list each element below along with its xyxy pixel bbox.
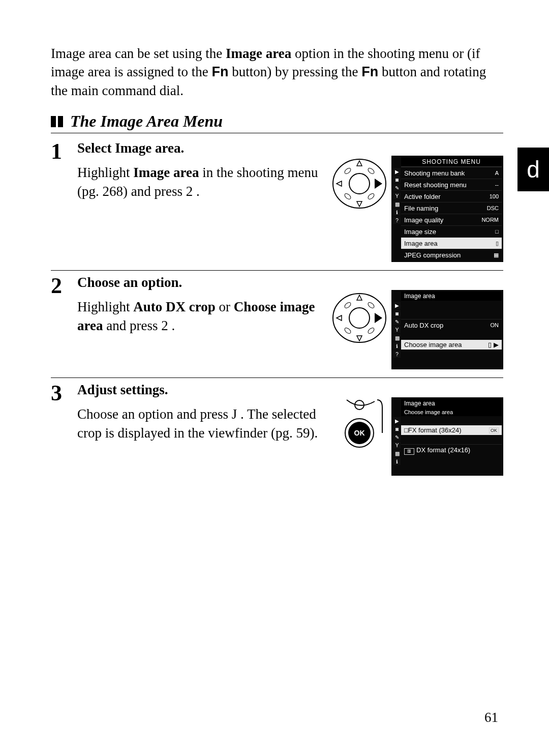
section-title: The Image Area Menu	[51, 112, 503, 133]
step-3: 3 Adjust settings. Choose an option and …	[51, 378, 503, 484]
mymenu-icon: ℹ	[393, 342, 401, 350]
lcd-choose-image-area: Image area Choose image area ▶ ◙ ✎ Y ▩ ℹ	[391, 397, 503, 476]
mymenu-icon: ℹ	[393, 209, 401, 216]
lcd-row-selected: Choose image area▯ ▶	[401, 340, 502, 350]
lcd-title: SHOOTING MENU	[401, 157, 502, 167]
help-icon: ?	[393, 217, 401, 224]
multi-selector-dial-icon	[331, 290, 387, 346]
step-2: 2 Choose an option. Highlight Auto DX cr…	[51, 271, 503, 378]
retouch-icon: ▩	[393, 334, 401, 341]
svg-point-11	[349, 308, 370, 328]
lcd-row: JPEG compression▦	[401, 249, 502, 260]
lcd-row: Image qualityNORM	[401, 214, 502, 225]
lcd-side-icons: ▶ ◙ ✎ Y ▩ ℹ	[393, 416, 401, 474]
step-number: 2	[51, 275, 77, 369]
help-icon: ?	[393, 351, 401, 358]
intro-text: button) by pressing the	[228, 64, 361, 79]
lcd-subtitle: Choose image area	[401, 408, 502, 416]
play-icon: ▶	[393, 168, 401, 175]
lcd-row: Shooting menu bankA	[401, 167, 502, 179]
mymenu-icon: ℹ	[393, 458, 401, 465]
play-icon: ▶	[393, 417, 401, 424]
step-heading: Select Image area.	[77, 140, 323, 156]
fn-label: Fn	[211, 64, 228, 79]
page-number: 61	[484, 710, 498, 725]
pencil-icon: ✎	[393, 184, 401, 191]
intro-text: Image area can be set using the	[51, 46, 226, 61]
lcd-row: File namingDSC	[401, 202, 502, 214]
lcd-side-icons: ▶ ◙ ✎ Y ▩ ℹ ?	[393, 301, 401, 368]
pencil-icon: ✎	[393, 318, 401, 325]
side-tab: d	[517, 148, 549, 191]
fn-label: Fn	[361, 64, 378, 79]
step-heading: Choose an option.	[77, 275, 323, 290]
retouch-icon: ▩	[393, 450, 401, 457]
side-tab-letter: d	[527, 156, 540, 183]
ok-badge: OK	[489, 427, 499, 433]
svg-point-1	[349, 173, 370, 194]
step-1: 1 Select Image area. Highlight Image are…	[51, 136, 503, 271]
lcd-row: ▥DX format (24x16)	[401, 444, 502, 456]
play-icon: ▶	[393, 302, 401, 309]
pencil-icon: ✎	[393, 433, 401, 441]
lcd-image-area: Image area ▶ ◙ ✎ Y ▩ ℹ ?	[391, 290, 503, 369]
wrench-icon: Y	[393, 442, 401, 449]
lcd-row: Image size□	[401, 225, 502, 237]
lcd-shooting-menu: SHOOTING MENU ▶ ◙ ✎ Y ▩ ℹ ? Shooting m	[391, 156, 503, 262]
section-bars-icon	[51, 116, 63, 127]
step-description: Highlight Auto DX crop or Choose image a…	[77, 298, 323, 335]
lcd-title: Image area	[401, 292, 502, 301]
wrench-icon: Y	[393, 326, 401, 333]
lcd-title: Image area	[401, 399, 502, 408]
section-title-text: The Image Area Menu	[70, 112, 223, 130]
intro-paragraph: Image area can be set using the Image ar…	[51, 44, 503, 100]
camera-icon: ◙	[393, 310, 401, 317]
step-heading: Adjust settings.	[77, 382, 323, 398]
step-number: 3	[51, 382, 77, 476]
step-description: Choose an option and press J . The selec…	[77, 405, 323, 442]
svg-text:OK: OK	[354, 429, 365, 437]
format-icon: ▥	[404, 448, 414, 455]
lcd-row: Reset shooting menu--	[401, 179, 502, 190]
wrench-icon: Y	[393, 192, 401, 199]
intro-bold-1: Image area	[226, 46, 291, 61]
format-icon: □	[404, 426, 408, 434]
camera-icon: ◙	[393, 176, 401, 183]
ok-button-icon: OK	[331, 397, 387, 453]
lcd-side-icons: ▶ ◙ ✎ Y ▩ ℹ ?	[393, 167, 401, 260]
step-description: Highlight Image area in the shooting men…	[77, 163, 323, 200]
lcd-row: Auto DX cropON	[401, 319, 502, 331]
step-number: 1	[51, 140, 77, 262]
multi-selector-dial-icon	[331, 156, 387, 212]
camera-icon: ◙	[393, 425, 401, 432]
lcd-row-selected: Image area▯	[401, 237, 502, 249]
lcd-row: Active folder100	[401, 190, 502, 202]
retouch-icon: ▩	[393, 200, 401, 208]
lcd-row-selected: □FX format (36x24) OK	[401, 425, 502, 435]
